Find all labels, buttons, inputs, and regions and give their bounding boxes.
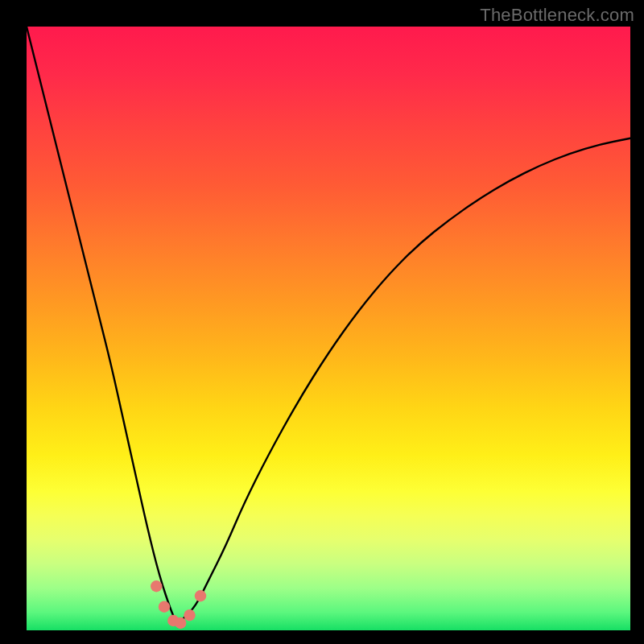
bottleneck-curve (27, 27, 630, 622)
watermark-text: TheBottleneck.com (480, 5, 634, 26)
curve-marker (175, 617, 186, 629)
curve-marker (184, 609, 195, 621)
curve-marker (151, 580, 162, 592)
curve-marker (159, 601, 170, 613)
curve-marker (195, 590, 206, 601)
chart-overlay (27, 27, 630, 630)
chart-frame: TheBottleneck.com (0, 0, 644, 644)
curve-minimum-markers (151, 580, 206, 629)
